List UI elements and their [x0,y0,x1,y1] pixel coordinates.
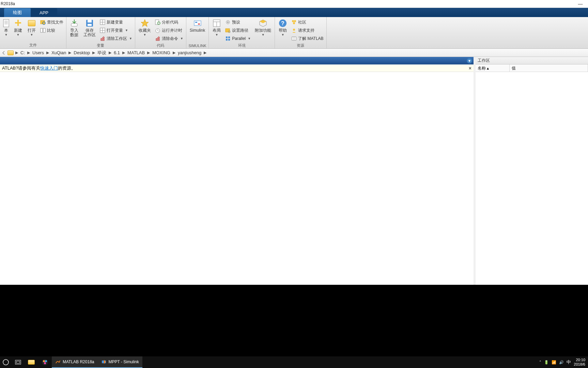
path-segment[interactable]: XuQian [51,50,67,55]
path-segment[interactable]: 6.1 [113,50,121,55]
ribbon-tabstrip: 绘图 APP 💾 ✂ ⧉ 📋 ↶ ↷ 🗗 ? ▾ 搜索文档 [0,8,588,17]
analyze-code-button[interactable]: 分析代码 [154,18,185,26]
ime-indicator[interactable]: 中 [567,359,571,365]
open-label: 打开 [28,28,36,33]
new-button[interactable]: 新建 ▼ [12,18,25,37]
path-segment[interactable]: MOXING [152,50,171,55]
ribbon-group-environment: 布局 ▼ 预设 设置路径 Parallel ▼ [209,17,275,48]
path-separator[interactable]: ▶ [92,50,95,55]
column-name[interactable]: 名称 ▴ [476,64,510,72]
close-banner-button[interactable]: × [469,65,471,71]
path-separator[interactable]: ▶ [68,50,72,55]
open-variable-icon [100,28,105,33]
svg-point-35 [227,21,229,23]
wifi-icon[interactable]: 📶 [552,360,556,365]
support-icon [291,28,297,33]
banner-text: ATLAB?请参阅有关快速入门的资源。 [2,65,76,71]
simulink-taskbar-item[interactable]: MPPT - Simulink [98,356,142,368]
workspace-header[interactable]: 工作区 [476,57,588,64]
task-view-button[interactable] [12,356,25,368]
find-files-button[interactable]: 查找文件 [39,18,65,26]
clear-workspace-button[interactable]: 清除工作区 ▼ [98,34,134,43]
volume-icon[interactable]: 🔊 [559,360,564,365]
path-segment[interactable]: yanjiusheng [177,50,202,55]
back-icon[interactable] [1,50,6,55]
new-var-label: 新建变量 [107,19,123,25]
compare-label: 比较 [47,28,55,33]
help-button[interactable]: ? 帮助 ▼ [276,18,289,37]
community-button[interactable]: 社区 [290,18,325,26]
path-segment[interactable]: C: [20,50,26,55]
simulink-button[interactable]: Simulink [188,18,207,33]
tray-chevron-icon[interactable]: ˄ [539,360,541,365]
script-button-partial[interactable]: 本 ▼ [1,18,11,37]
favorites-button[interactable]: 收藏夹 ▼ [137,18,153,37]
svg-rect-54 [16,361,20,363]
file-explorer-button[interactable] [25,356,38,368]
timer-icon [155,28,160,33]
panel-actions-icon[interactable]: ▼ [467,58,472,63]
run-and-time-button[interactable]: 运行并计时 [154,26,185,34]
open-button[interactable]: 打开 ▼ [25,18,38,37]
start-button[interactable] [0,356,12,368]
parallel-label: Parallel [232,36,246,41]
new-variable-button[interactable]: 新建变量 [98,18,134,26]
path-separator[interactable]: ▶ [172,50,176,55]
path-segment[interactable]: 毕设 [97,50,107,56]
set-path-button[interactable]: 设置路径 [224,26,252,34]
preferences-button[interactable]: 预设 [224,18,252,26]
path-separator[interactable]: ▶ [108,50,112,55]
path-separator[interactable]: ▶ [203,50,207,55]
battery-icon[interactable]: 🔋 [544,360,549,365]
path-separator[interactable]: ▶ [122,50,125,55]
folder-icon[interactable] [7,50,14,55]
quick-start-link[interactable]: 快速入门 [40,65,58,71]
env-group-label: 环境 [210,43,273,49]
chevron-down-icon: ▼ [180,37,183,40]
path-segment[interactable]: MATLAB [127,50,145,55]
simulink-label: Simulink [190,28,205,33]
path-separator[interactable]: ▶ [46,50,49,55]
svg-rect-13 [88,24,92,26]
tab-plot[interactable]: 绘图 [4,8,31,17]
path-separator[interactable]: ▶ [27,50,30,55]
path-separator[interactable]: ▶ [147,50,150,55]
matlab-taskbar-item[interactable]: MATLAB R2018a [52,356,98,368]
folder-open-icon [27,19,36,28]
open-variable-button[interactable]: 打开变量 ▼ [98,26,134,34]
clear-commands-button[interactable]: 清除命令 ▼ [154,34,185,43]
path-segment[interactable]: Users [32,50,45,55]
app-button[interactable] [38,356,52,368]
clock-date: 2018/6 [574,362,585,367]
chevron-down-icon: ▼ [125,29,128,32]
ribbon: 本 ▼ 新建 ▼ 打开 ▼ 查找文件 比较 [0,17,588,49]
request-support-button[interactable]: 请求支持 [290,26,325,34]
help-label: 帮助 [279,28,287,33]
clear-ws-label: 清除工作区 [107,36,127,42]
addons-icon [259,19,267,28]
clear-workspace-icon [100,36,105,41]
path-segment[interactable]: Desktop [73,50,91,55]
matlab-taskbar-label: MATLAB R2018a [63,359,94,364]
addons-button[interactable]: 附加功能 ▼ [253,18,273,37]
svg-point-52 [3,359,9,365]
resources-group-label: 资源 [276,43,325,49]
variable-group-label: 变量 [68,43,134,49]
import-data-button[interactable]: 导入 数据 [68,18,81,38]
compare-button[interactable]: 比较 [39,26,65,34]
new-file-icon [14,19,22,28]
windows-taskbar: MATLAB R2018a MPPT - Simulink ˄ 🔋 📶 🔊 中 … [0,356,588,368]
clock[interactable]: 20:10 2018/6 [574,358,585,367]
tab-app[interactable]: APP [31,8,57,17]
layout-button[interactable]: 布局 ▼ [210,18,223,37]
parallel-button[interactable]: Parallel ▼ [224,34,252,43]
clear-cmd-label: 清除命令 [162,36,178,42]
command-window-header[interactable]: ▼ [0,57,474,64]
minimize-button[interactable]: — [573,0,588,8]
star-icon [140,19,149,28]
analyze-icon [155,19,160,25]
column-value[interactable]: 值 [510,64,588,72]
save-workspace-button[interactable]: 保存 工作区 [81,18,98,38]
learn-matlab-button[interactable]: 了解 MATLAB [290,34,325,43]
svg-point-47 [294,20,296,22]
